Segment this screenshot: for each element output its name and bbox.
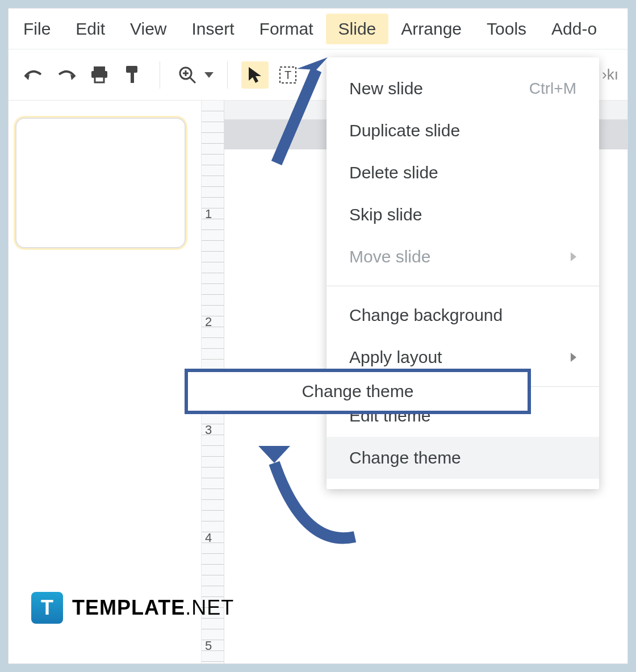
menu-item-label: Duplicate slide [349, 121, 460, 140]
menu-format[interactable]: Format [247, 14, 326, 44]
slide-thumbnail-panel [9, 101, 202, 663]
textbox-tool[interactable]: T [274, 61, 302, 89]
menu-insert[interactable]: Insert [179, 14, 247, 44]
menu-item-delete-slide[interactable]: Delete slide [327, 152, 599, 194]
zoom-icon [174, 61, 201, 89]
undo-button[interactable] [20, 61, 47, 89]
menu-item-change-theme[interactable]: Change theme [327, 437, 599, 479]
menu-item-change-background[interactable]: Change background [327, 294, 599, 336]
svg-line-6 [190, 78, 195, 83]
submenu-arrow-icon [571, 252, 576, 261]
toolbar-separator [227, 61, 228, 89]
select-tool[interactable] [241, 61, 269, 89]
menu-item-skip-slide[interactable]: Skip slide [327, 194, 599, 236]
ruler-label: 3 [205, 423, 212, 437]
menu-arrange[interactable]: Arrange [388, 14, 474, 44]
menu-item-new-slide[interactable]: New slideCtrl+M [327, 68, 599, 110]
submenu-arrow-icon [571, 353, 576, 362]
redo-button[interactable] [53, 61, 80, 89]
watermark: T TEMPLATE.NET [31, 592, 234, 624]
ruler-label: 5 [205, 638, 212, 653]
svg-rect-0 [94, 66, 105, 71]
menu-tools[interactable]: Tools [474, 14, 539, 44]
annotation-callout-text: Change theme [302, 382, 414, 401]
ruler-label: 4 [205, 531, 212, 545]
menu-item-move-slide: Move slide [327, 236, 599, 278]
toolbar-truncated-text: ›kı [602, 66, 622, 84]
menu-add-o[interactable]: Add-o [539, 14, 609, 44]
svg-rect-2 [95, 77, 104, 82]
watermark-text: TEMPLATE.NET [72, 596, 234, 620]
menu-file[interactable]: File [11, 14, 63, 44]
menu-item-label: Skip slide [349, 205, 422, 224]
ruler-label: 2 [205, 315, 212, 329]
slide-menu-dropdown: New slideCtrl+MDuplicate slideDelete sli… [327, 57, 599, 489]
menu-slide[interactable]: Slide [326, 14, 389, 44]
menu-item-label: Change theme [349, 448, 461, 468]
menu-separator [327, 286, 599, 286]
menu-item-duplicate-slide[interactable]: Duplicate slide [327, 110, 599, 152]
print-button[interactable] [86, 61, 113, 89]
menu-item-label: New slide [349, 79, 423, 98]
menu-item-label: Change background [349, 306, 503, 325]
slide-thumbnail[interactable] [15, 118, 186, 248]
ruler-label: 1 [205, 207, 212, 222]
menu-item-label: Apply layout [349, 348, 442, 367]
annotation-callout: Change theme [185, 369, 531, 414]
menu-item-shortcut: Ctrl+M [529, 80, 576, 98]
svg-text:T: T [284, 69, 291, 81]
menu-bar: FileEditViewInsertFormatSlideArrangeTool… [9, 9, 627, 49]
toolbar-separator [160, 61, 160, 89]
zoom-menu[interactable] [174, 61, 214, 89]
menu-edit[interactable]: Edit [63, 14, 118, 44]
menu-item-label: Move slide [349, 247, 430, 266]
menu-item-label: Delete slide [349, 163, 438, 182]
chevron-down-icon [204, 72, 214, 78]
watermark-badge: T [31, 592, 63, 624]
svg-rect-3 [126, 66, 137, 73]
svg-rect-4 [131, 73, 134, 83]
google-slides-window: FileEditViewInsertFormatSlideArrangeTool… [8, 8, 628, 664]
menu-view[interactable]: View [118, 14, 179, 44]
paint-format-button[interactable] [119, 61, 146, 89]
